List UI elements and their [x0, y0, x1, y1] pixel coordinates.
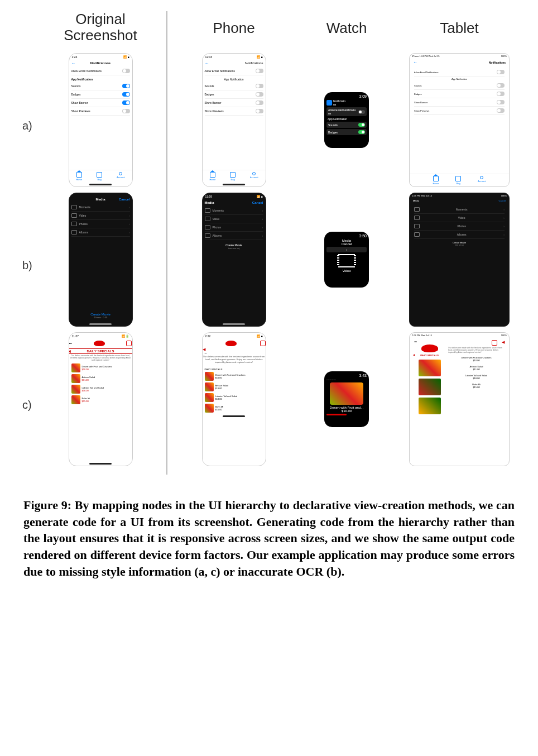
toggle-badges[interactable] — [122, 92, 130, 97]
row-photos[interactable]: Photos› — [71, 220, 130, 228]
watch-time: 3:09 — [326, 94, 367, 98]
toggle[interactable] — [256, 84, 263, 88]
toggle[interactable] — [256, 109, 263, 113]
menu-item[interactable]: Artisan Salad$11.00 — [71, 374, 130, 383]
toggle[interactable] — [497, 70, 505, 74]
toggle[interactable] — [256, 101, 263, 105]
label-show-previews: Show Previews — [205, 109, 224, 113]
more-icon[interactable]: ••• — [203, 352, 266, 355]
chevron-right-icon: › — [129, 214, 130, 217]
tab-account-label: Account — [117, 176, 124, 179]
home-indicator — [223, 323, 245, 325]
menu-item[interactable]: Lobster Tail and Salad$18.00 — [205, 393, 263, 402]
figure-container: a) b) c) Original Screenshot 1:24 📶 ■ ← … — [22, 11, 516, 580]
create-movie-button[interactable]: Create Movie 0 Items · 0.00 — [69, 309, 132, 322]
moments-icon — [71, 205, 77, 209]
more-icon[interactable]: ••• — [414, 340, 445, 343]
food-thumb — [71, 395, 80, 404]
cart-icon[interactable] — [126, 341, 132, 346]
tab-bag[interactable]: Bag — [230, 172, 236, 181]
cancel-button[interactable]: Cancel — [252, 201, 263, 204]
watch-time: 3:43 — [326, 374, 367, 377]
row-labels-column: a) b) c) — [22, 11, 45, 475]
icon — [205, 233, 210, 238]
back-icon[interactable]: ← — [326, 100, 332, 106]
icon — [414, 207, 420, 212]
gen-phone-notifications: 12:03📶 ■ ←Notifications Allow Email Noti… — [202, 53, 266, 187]
row-albums[interactable]: Albums› — [205, 232, 263, 240]
back-icon[interactable]: ← — [205, 61, 209, 66]
chevron-row[interactable]: › — [326, 247, 367, 252]
toggle[interactable] — [358, 110, 365, 114]
item-price: $18.00 — [215, 398, 238, 400]
cart-icon[interactable] — [260, 341, 266, 346]
status-icons: 📶 ■ — [257, 55, 262, 59]
row-moments[interactable]: Moments› — [414, 205, 505, 214]
tab-home[interactable]: Home — [209, 172, 215, 181]
toggle[interactable] — [497, 108, 505, 113]
row-albums[interactable]: Albums› — [71, 228, 130, 237]
row-b: 11:59📶 ■ MediaCancel Moments› Video› Pho… — [177, 190, 516, 329]
tab-home[interactable]: Home — [76, 172, 82, 181]
row-moments[interactable]: Moments› — [205, 207, 263, 215]
menu-item[interactable]: Bahn Mi$15.00 — [71, 395, 130, 404]
tab-account[interactable]: Account — [250, 172, 258, 181]
status-left: iPhone 1:24 PM Wed Jul 15 — [412, 55, 440, 58]
row-video[interactable]: Video› — [414, 214, 505, 222]
label: Video — [213, 217, 220, 221]
toggle[interactable] — [358, 123, 365, 127]
toggle-sounds[interactable] — [122, 84, 130, 88]
row-albums[interactable]: Albums› — [414, 231, 505, 239]
row-photos[interactable]: Photos› — [205, 223, 263, 232]
toggle[interactable] — [497, 83, 505, 88]
menu-item[interactable]: Lobster Tail and Salad$18.00 — [71, 385, 130, 394]
menu-item[interactable]: Desert with Fruit and Crackers$10.00 — [71, 363, 130, 372]
daily-specials-title: DAILY SPECIALS — [205, 368, 263, 371]
toggle[interactable] — [497, 100, 505, 104]
label-video: Video — [79, 214, 87, 217]
back-triangle-icon[interactable]: ◀ — [502, 340, 505, 346]
row-a: 12:03📶 ■ ←Notifications Allow Email Noti… — [177, 50, 516, 190]
cart-icon[interactable] — [492, 340, 497, 346]
tab-home[interactable]: Home — [433, 176, 439, 185]
row-video[interactable]: Video› — [205, 215, 263, 223]
tab-bag[interactable]: Bag — [455, 176, 461, 185]
label: Show Banner — [414, 101, 427, 104]
chevron-icon: › — [503, 233, 505, 236]
row-photos[interactable]: Photos› — [414, 222, 505, 231]
toggle[interactable] — [256, 92, 263, 97]
cancel-button[interactable]: Cancel — [119, 198, 130, 201]
label-badges: Badges — [205, 93, 214, 96]
video-label[interactable]: Video — [326, 269, 367, 272]
menu-item[interactable]: Artisan Salad$11.00 — [205, 382, 263, 391]
label-show-banner: Show Banner — [71, 101, 88, 104]
toggle[interactable] — [358, 130, 365, 134]
lips-logo — [94, 341, 105, 346]
tab-account[interactable]: Account — [117, 172, 124, 181]
toggle-show-banner[interactable] — [122, 101, 130, 105]
back-icon[interactable]: ← — [71, 61, 76, 66]
row-video[interactable]: Video› — [71, 212, 130, 220]
toggle[interactable] — [256, 69, 263, 73]
row-moments[interactable]: Moments› — [71, 203, 130, 212]
toggle-show-previews[interactable] — [122, 109, 130, 113]
cancel-button[interactable]: Cancel — [326, 242, 367, 246]
home-indicator — [223, 415, 245, 417]
back-icon[interactable]: ← — [413, 60, 417, 65]
cancel-button[interactable]: Cancel — [499, 199, 506, 202]
tab-account[interactable]: Account — [478, 176, 486, 185]
more-icon[interactable]: ••• — [69, 342, 72, 345]
original-column: Original Screenshot 1:24 📶 ■ ← Notificat… — [45, 11, 156, 475]
progress-bar — [326, 414, 347, 415]
menu-item[interactable]: Bahn Mi$15.00 — [205, 404, 263, 413]
toggle[interactable] — [497, 92, 505, 96]
albums-icon — [71, 230, 77, 235]
toggle-allow-email[interactable] — [122, 69, 130, 73]
status-icons: 📶 ■ — [123, 55, 129, 59]
tab-label: Bag — [457, 182, 460, 185]
bag-icon — [97, 172, 102, 178]
menu-item[interactable]: Desert with Fruit and Crackers$10.00 — [205, 372, 263, 381]
row-label-a: a) — [22, 56, 45, 195]
icon — [414, 216, 420, 220]
tab-bag[interactable]: Bag — [97, 172, 102, 181]
